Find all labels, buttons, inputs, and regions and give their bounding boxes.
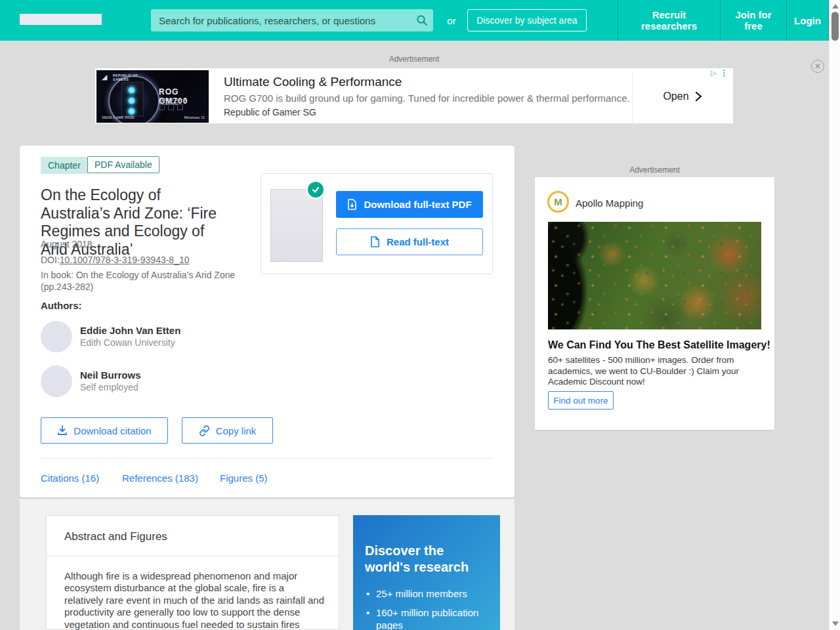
- ad-source: Republic of Gamer SG: [224, 107, 316, 117]
- author-row: Neil Burrows Self employed: [41, 366, 264, 397]
- discover-heading: Discover the world's research: [365, 543, 483, 576]
- file-icon: [370, 236, 380, 247]
- sidebar-ad-card: M Apollo Mapping We Can Find You The Bes…: [535, 177, 774, 430]
- search-bar: [151, 9, 433, 32]
- top-navbar: or Discover by subject area Recruit rese…: [0, 0, 840, 41]
- ad-menu-dots-icon[interactable]: ⋮: [720, 70, 728, 77]
- ad-footer-right: Windows 11: [184, 116, 205, 119]
- divider: [41, 458, 493, 459]
- ad-body-text: ROG G700 is build ground up for gaming. …: [224, 93, 630, 104]
- ad-footer-left: XBOX GAME PASS: [102, 116, 135, 119]
- search-input[interactable]: [151, 15, 411, 26]
- sidebar-ad-headline[interactable]: We Can Find You The Best Satellite Image…: [548, 339, 770, 351]
- abstract-heading: Abstract and Figures: [64, 530, 167, 543]
- author-row: Eddie John Van Etten Edith Cowan Univers…: [41, 321, 264, 352]
- ad-feature-icons: [159, 104, 205, 114]
- advertiser-name[interactable]: Apollo Mapping: [576, 198, 643, 209]
- sidebar-ad-body: 60+ satellites - 500 million+ images. Or…: [548, 355, 759, 388]
- page: or Discover by subject area Recruit rese…: [0, 0, 840, 630]
- scrollbar-thumb[interactable]: [831, 12, 839, 41]
- divider: [47, 556, 339, 556]
- author-name[interactable]: Neil Burrows: [80, 369, 141, 381]
- tab-references[interactable]: References (183): [122, 472, 198, 484]
- list-item: 160+ million publication pages: [365, 606, 486, 630]
- nav-recruit-researchers[interactable]: Recruit researchers: [618, 0, 720, 41]
- advertisement-label: Advertisement: [535, 165, 774, 175]
- download-fulltext-pdf-button[interactable]: Download full-text PDF: [336, 191, 483, 218]
- abstract-card: Abstract and Figures Although fire is a …: [46, 515, 339, 630]
- scroll-down-icon[interactable]: [832, 621, 839, 626]
- publication-date: August 2018: [41, 239, 93, 249]
- file-download-icon: [347, 199, 357, 210]
- satellite-imagery-photo[interactable]: [548, 222, 761, 329]
- author-avatar[interactable]: [41, 321, 72, 352]
- adchoices-icon[interactable]: ▷: [711, 69, 716, 77]
- doi-row: DOI:10.1007/978-3-319-93943-8_10: [41, 255, 190, 265]
- nav-login[interactable]: Login: [786, 0, 829, 41]
- or-label: or: [438, 0, 465, 41]
- ad-creative-image[interactable]: ◢ REPUBLIC OF GAMERS ROG GM700 BIRTH OF …: [96, 70, 209, 123]
- author-name[interactable]: Eddie John Van Etten: [80, 325, 180, 336]
- find-out-more-button[interactable]: Find out more: [548, 391, 614, 410]
- chevron-right-icon: [694, 91, 703, 102]
- copy-link-button[interactable]: Copy link: [182, 417, 273, 444]
- adchoices-controls: ▷ ⋮: [711, 69, 728, 77]
- publication-type-badge: Chapter: [41, 157, 88, 174]
- pdf-available-badge: PDF Available: [87, 156, 159, 173]
- search-icon[interactable]: [411, 9, 433, 32]
- fan-glow: [127, 107, 136, 116]
- rog-logo-icon: ◢: [102, 73, 107, 81]
- link-icon: [199, 425, 210, 436]
- tab-citations[interactable]: Citations (16): [41, 472, 99, 484]
- list-item: 25+ million members: [365, 587, 486, 600]
- publication-card: Chapter PDF Available On the Ecology of …: [20, 146, 514, 497]
- download-citation-button[interactable]: Download citation: [41, 417, 168, 444]
- download-icon: [57, 425, 68, 436]
- discover-by-subject-button[interactable]: Discover by subject area: [467, 9, 587, 32]
- doi-label: DOI:: [41, 255, 60, 265]
- advertiser-logo[interactable]: M: [547, 191, 569, 213]
- page-scrollbar[interactable]: [829, 0, 840, 630]
- advertisement-label: Advertisement: [95, 54, 733, 64]
- scroll-up-icon[interactable]: [832, 4, 839, 9]
- read-fulltext-button[interactable]: Read full-text: [336, 228, 483, 255]
- logo-monogram: M: [554, 196, 562, 207]
- close-ad-icon[interactable]: ✕: [811, 60, 824, 73]
- doi-link[interactable]: 10.1007/978-3-319-93943-8_10: [60, 255, 190, 265]
- discover-research-panel[interactable]: Discover the world's research 25+ millio…: [353, 515, 500, 630]
- tab-figures[interactable]: Figures (5): [220, 472, 268, 484]
- nav-join-for-free[interactable]: Join for free: [720, 0, 786, 41]
- in-book-line: In book: On the Ecology of Australia’s A…: [41, 270, 244, 293]
- check-circle-icon: [306, 180, 326, 200]
- content-section: Abstract and Figures Although fire is a …: [20, 499, 514, 630]
- abstract-text: Although fire is a widespread phenomenon…: [64, 570, 326, 630]
- header-nav: Recruit researchers Join for free Login: [618, 0, 829, 41]
- site-logo[interactable]: [20, 14, 102, 25]
- author-affiliation: Edith Cowan University: [80, 337, 175, 348]
- top-ad-banner: ◢ REPUBLIC OF GAMERS ROG GM700 BIRTH OF …: [95, 68, 733, 123]
- fulltext-access-panel: Download full-text PDF Read full-text: [261, 173, 493, 274]
- discover-bullet-list: 25+ million members 160+ million publica…: [365, 587, 486, 630]
- fan-glow: [127, 96, 136, 105]
- pc-tower-graphic: [121, 82, 144, 116]
- pdf-thumbnail[interactable]: [270, 189, 323, 262]
- author-affiliation: Self employed: [80, 382, 138, 392]
- fan-glow: [127, 86, 136, 94]
- ad-headline[interactable]: Ultimate Cooling & Performance: [224, 75, 402, 89]
- ad-open-button[interactable]: Open: [633, 70, 733, 123]
- author-avatar[interactable]: [41, 366, 72, 397]
- authors-label: Authors:: [41, 300, 82, 311]
